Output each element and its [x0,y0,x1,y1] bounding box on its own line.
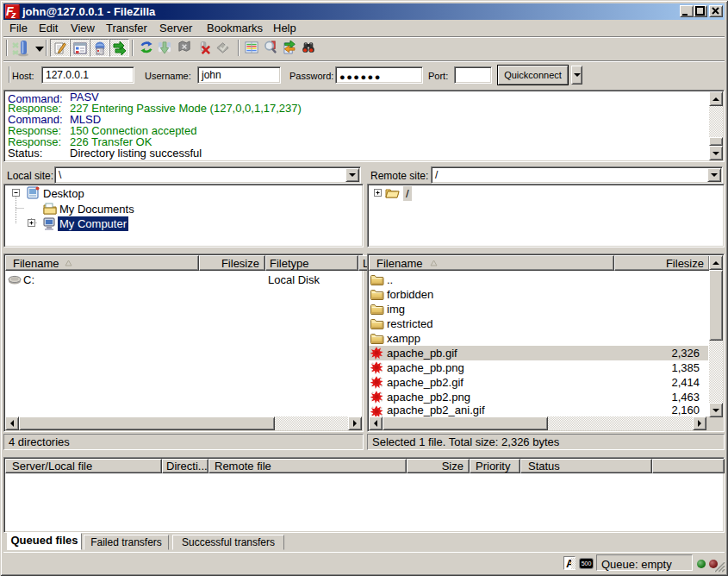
svg-text:z: z [10,9,16,20]
